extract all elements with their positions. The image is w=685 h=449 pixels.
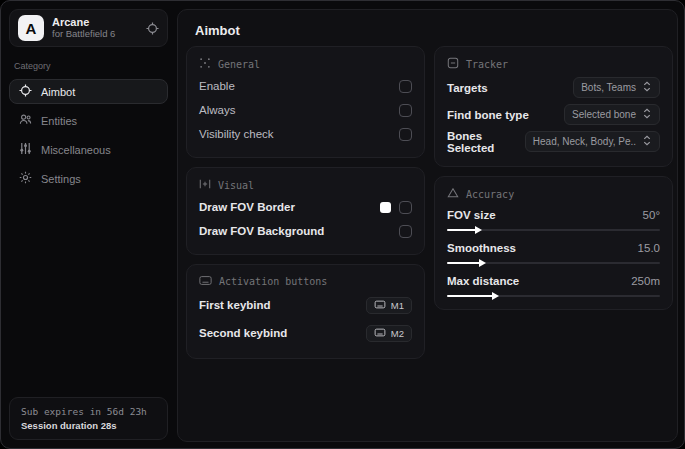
unfold-icon <box>642 108 652 121</box>
setting-label: Always <box>199 104 235 116</box>
category-label: Category <box>14 61 168 71</box>
main-panel: Aimbot General Enable <box>177 9 678 442</box>
always-checkbox[interactable] <box>399 104 412 117</box>
setting-row-max-distance: Max distance 250m <box>447 275 660 297</box>
crosshair-button[interactable] <box>146 22 159 35</box>
visual-card-title: Visual <box>218 180 254 191</box>
general-card: General Enable Always Visibility check <box>186 46 425 158</box>
draw-fov-background-checkbox[interactable] <box>399 225 412 238</box>
slider-value: 50° <box>643 209 660 221</box>
bones-selected-dropdown[interactable]: Head, Neck, Body, Pe.. <box>525 131 660 152</box>
app-subtitle: for Battlefield 6 <box>52 29 138 40</box>
activation-card-title: Activation buttons <box>219 276 327 287</box>
smoothness-slider[interactable] <box>447 262 660 264</box>
visual-card: Visual Draw FOV Border Draw FOV Backgrou… <box>186 167 425 255</box>
slider-value: 250m <box>631 275 660 287</box>
square-minus-icon <box>447 57 459 71</box>
subscription-box: Sub expires in 56d 23h Session duration … <box>9 397 168 440</box>
fov-size-slider[interactable] <box>447 229 660 231</box>
sidebar-item-entities[interactable]: Entities <box>9 108 168 133</box>
frame-plus-icon <box>199 178 211 192</box>
setting-row-visibility-check: Visibility check <box>199 123 412 145</box>
slider-value: 15.0 <box>638 242 660 254</box>
setting-row-smoothness: Smoothness 15.0 <box>447 242 660 264</box>
setting-row-second-keybind: Second keybind M2 <box>199 320 412 346</box>
second-keybind-button[interactable]: M2 <box>366 325 412 342</box>
keybind-value: M1 <box>391 300 404 311</box>
enable-checkbox[interactable] <box>399 80 412 93</box>
setting-row-enable: Enable <box>199 75 412 97</box>
sidebar-item-label: Settings <box>41 173 81 185</box>
unfold-icon <box>642 81 652 94</box>
first-keybind-button[interactable]: M1 <box>366 297 412 314</box>
max-distance-slider[interactable] <box>447 295 660 297</box>
setting-row-always: Always <box>199 99 412 121</box>
dropdown-value: Selected bone <box>572 109 636 120</box>
setting-row-targets: Targets Bots, Teams <box>447 75 660 100</box>
setting-label: Bones Selected <box>447 130 525 154</box>
slider-thumb[interactable] <box>492 292 499 300</box>
visibility-check-checkbox[interactable] <box>399 128 412 141</box>
scan-icon <box>199 57 211 71</box>
setting-label: Find bone type <box>447 109 529 121</box>
keyboard-icon <box>374 300 386 311</box>
sidebar-item-aimbot[interactable]: Aimbot <box>9 79 168 104</box>
setting-row-draw-fov-background: Draw FOV Background <box>199 220 412 242</box>
accuracy-card-title: Accuracy <box>466 189 514 200</box>
sidebar-item-label: Aimbot <box>41 86 75 98</box>
accuracy-card: Accuracy FOV size 50° <box>434 176 673 310</box>
slider-thumb[interactable] <box>475 226 482 234</box>
setting-label: Second keybind <box>199 327 287 339</box>
fov-border-color-swatch[interactable] <box>380 202 391 213</box>
activation-buttons-card: Activation buttons First keybind M1 <box>186 264 425 359</box>
setting-label: Draw FOV Border <box>199 201 295 213</box>
find-bone-type-dropdown[interactable]: Selected bone <box>564 104 660 125</box>
dropdown-value: Bots, Teams <box>581 82 636 93</box>
crosshair-icon <box>19 84 32 99</box>
setting-label: Enable <box>199 80 235 92</box>
triangle-icon <box>447 187 459 201</box>
keyboard-icon <box>374 328 386 339</box>
tracker-card-title: Tracker <box>466 59 508 70</box>
sliders-icon <box>19 142 32 157</box>
setting-row-first-keybind: First keybind M1 <box>199 292 412 318</box>
app-window: A Arcane for Battlefield 6 Category Aimb… <box>0 0 685 449</box>
keyboard-icon <box>199 275 212 288</box>
tracker-card: Tracker Targets Bots, Teams <box>434 46 673 167</box>
setting-label: Smoothness <box>447 242 516 254</box>
setting-label: First keybind <box>199 299 271 311</box>
setting-label: Draw FOV Background <box>199 225 324 237</box>
setting-label: Max distance <box>447 275 519 287</box>
sub-expiry-text: Sub expires in 56d 23h <box>21 406 156 417</box>
targets-dropdown[interactable]: Bots, Teams <box>573 77 660 98</box>
entities-icon <box>19 113 32 128</box>
sidebar-item-settings[interactable]: Settings <box>9 166 168 191</box>
gear-icon <box>19 171 32 186</box>
page-title: Aimbot <box>195 23 677 38</box>
keybind-value: M2 <box>391 328 404 339</box>
app-name: Arcane <box>52 16 138 29</box>
draw-fov-border-checkbox[interactable] <box>399 201 412 214</box>
setting-row-bones-selected: Bones Selected Head, Neck, Body, Pe.. <box>447 129 660 154</box>
sidebar: A Arcane for Battlefield 6 Category Aimb… <box>1 1 176 448</box>
setting-row-draw-fov-border: Draw FOV Border <box>199 196 412 218</box>
dropdown-value: Head, Neck, Body, Pe.. <box>533 136 636 147</box>
setting-label: Targets <box>447 82 488 94</box>
setting-label: Visibility check <box>199 128 274 140</box>
general-card-title: General <box>218 59 260 70</box>
unfold-icon <box>642 135 652 148</box>
logo-card: A Arcane for Battlefield 6 <box>9 9 168 47</box>
sidebar-item-label: Entities <box>41 115 77 127</box>
sidebar-item-label: Miscellaneous <box>41 144 111 156</box>
session-duration-text: Session duration 28s <box>21 420 156 431</box>
setting-row-fov-size: FOV size 50° <box>447 209 660 231</box>
setting-label: FOV size <box>447 209 496 221</box>
slider-thumb[interactable] <box>479 259 486 267</box>
sidebar-item-miscellaneous[interactable]: Miscellaneous <box>9 137 168 162</box>
setting-row-find-bone-type: Find bone type Selected bone <box>447 102 660 127</box>
app-logo: A <box>18 15 44 41</box>
